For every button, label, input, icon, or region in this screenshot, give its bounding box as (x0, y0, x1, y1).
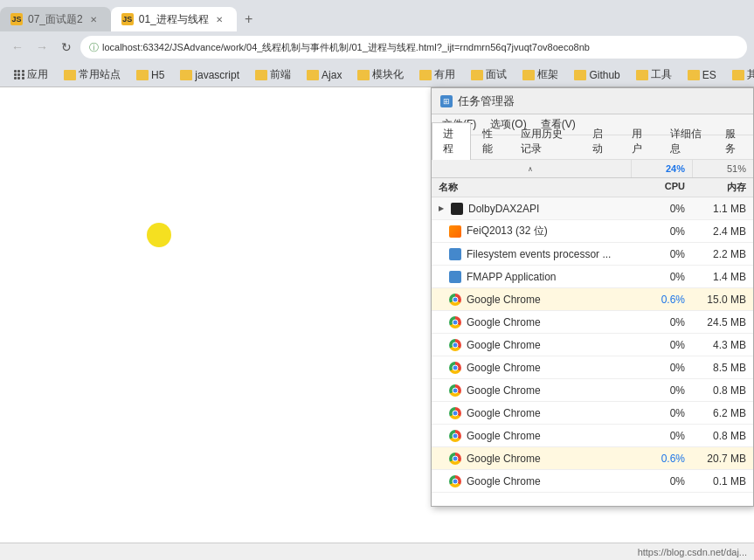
process-mem-cell: 6.2 MB (692, 404, 753, 422)
col-cpu-header[interactable]: CPU (631, 178, 692, 197)
tab-details[interactable]: 详细信息 (659, 122, 714, 160)
table-row[interactable]: ▶ DolbyDAX2API 0% 1.1 MB (432, 197, 753, 220)
bookmark-js[interactable]: javascript (173, 66, 246, 85)
task-manager-tabs: 进程 性能 应用历史记录 启动 用户 详细信息 服务 (432, 135, 753, 160)
address-bar[interactable]: ⓘ localhost:63342/JSAdvance/work/04_线程机制… (80, 36, 747, 59)
address-text-value: localhost:63342/JSAdvance/work/04_线程机制与事… (102, 41, 590, 54)
bookmark-module[interactable]: 模块化 (350, 66, 411, 85)
process-cpu-cell: 0.6% (631, 291, 692, 308)
process-mem-cell: 0.8 MB (692, 427, 753, 445)
process-cpu-cell: 0% (631, 245, 692, 263)
bookmark-other[interactable]: 其它 (725, 66, 754, 85)
bookmark-js-label: javascript (195, 69, 239, 81)
col-name-header[interactable]: 名称 (432, 178, 631, 197)
tab-processes[interactable]: 进程 (432, 122, 471, 160)
forward-button[interactable]: → (31, 37, 52, 58)
bookmark-other-label: 其它 (747, 67, 754, 82)
table-row[interactable]: Google Chrome 0% 6.2 MB (432, 402, 753, 425)
table-row[interactable]: Filesystem events processor ... 0% 2.2 M… (432, 243, 753, 266)
tab-performance[interactable]: 性能 (471, 122, 510, 160)
dolby-icon (451, 203, 463, 215)
new-tab-button[interactable]: + (237, 7, 261, 31)
process-name-cell: Google Chrome (432, 404, 631, 422)
bookmark-apps-label: 应用 (27, 67, 48, 82)
col-mem-header[interactable]: 内存 (692, 178, 753, 197)
table-row[interactable]: Google Chrome 0% 24.5 MB (432, 311, 753, 334)
bookmark-framework-label: 框架 (537, 67, 558, 82)
bookmark-github[interactable]: Github (567, 66, 626, 85)
task-manager-window: ⊞ 任务管理器 文件(F) 选项(O) 查看(V) 进程 性能 应用历史记录 启… (431, 87, 754, 507)
tab-2-close[interactable]: ✕ (212, 12, 226, 26)
tab-services[interactable]: 服务 (714, 122, 753, 160)
bookmark-es[interactable]: ES (681, 66, 723, 85)
process-name-cell: Google Chrome (432, 314, 631, 331)
table-row[interactable]: Google Chrome 0% 0.8 MB (432, 425, 753, 447)
status-url: https://blog.csdn.net/daj... (638, 547, 747, 557)
filesystem-icon (449, 248, 461, 260)
chrome-icon (449, 384, 461, 397)
bookmark-apps[interactable]: 应用 (7, 66, 55, 85)
tab-1-label: 07_面试题2 (28, 12, 83, 27)
process-name-cell: ▶ DolbyDAX2API (432, 200, 631, 218)
table-row[interactable]: Google Chrome 0% 0.8 MB (432, 379, 753, 402)
back-button[interactable]: ← (7, 37, 28, 58)
cpu-percent-header[interactable]: 24% (631, 160, 692, 177)
tab-startup[interactable]: 启动 (581, 122, 620, 160)
expand-icon: ▶ (439, 204, 444, 212)
folder-icon-other (732, 70, 744, 80)
process-name-cell: Filesystem events processor ... (432, 245, 631, 263)
folder-icon-tools (636, 70, 648, 80)
process-name-cell: Google Chrome (432, 359, 631, 377)
tab-1-close[interactable]: ✕ (86, 12, 100, 26)
table-row[interactable]: Google Chrome 0% 8.5 MB (432, 356, 753, 379)
refresh-button[interactable]: ↻ (56, 37, 77, 58)
process-name-cell: Google Chrome (432, 382, 631, 399)
process-mem-cell: 8.5 MB (692, 359, 753, 377)
tab-users[interactable]: 用户 (620, 122, 660, 160)
folder-icon-useful (419, 70, 432, 80)
process-name-cell: Google Chrome (432, 450, 631, 467)
process-label: Google Chrome (467, 362, 541, 374)
table-row[interactable]: Google Chrome 0% 0.1 MB (432, 470, 753, 493)
column-names-row: 名称 CPU 内存 (432, 178, 753, 197)
process-table[interactable]: ∧ 24% 51% 名称 CPU 内存 ▶ DolbyDAX2API 0% 1.… (432, 160, 753, 506)
bookmark-ajax[interactable]: Ajax (300, 66, 349, 85)
bookmark-interview-label: 面试 (486, 67, 507, 82)
folder-icon-fe (255, 70, 267, 80)
bookmark-framework[interactable]: 框架 (515, 66, 565, 85)
bookmark-tools[interactable]: 工具 (629, 66, 679, 85)
process-label: Google Chrome (467, 475, 541, 487)
process-label: Google Chrome (467, 453, 541, 465)
mem-percent-header[interactable]: 51% (692, 160, 753, 177)
process-label: FMAPP Application (467, 271, 557, 283)
bookmark-es-label: ES (702, 69, 716, 81)
process-cpu-cell: 0% (631, 268, 692, 286)
bookmark-frontend[interactable]: 前端 (248, 66, 298, 85)
process-name-cell: Google Chrome (432, 336, 631, 354)
table-row[interactable]: Google Chrome 0.6% 15.0 MB (432, 288, 753, 311)
tab-1[interactable]: JS 07_面试题2 ✕ (0, 7, 111, 31)
bookmark-h5[interactable]: H5 (129, 66, 171, 85)
chrome-icon (449, 362, 461, 374)
table-row[interactable]: FMAPP Application 0% 1.4 MB (432, 266, 753, 288)
tab-app-history[interactable]: 应用历史记录 (509, 122, 581, 160)
bookmark-interview[interactable]: 面试 (464, 66, 514, 85)
table-row[interactable]: Google Chrome 0.6% 20.7 MB (432, 447, 753, 470)
chrome-icon (449, 316, 461, 328)
folder-icon-es (688, 70, 700, 80)
tab-2[interactable]: JS 01_进程与线程 ✕ (111, 7, 237, 31)
process-mem-cell: 15.0 MB (692, 291, 753, 308)
folder-icon-framework (522, 70, 535, 80)
process-label: Google Chrome (467, 339, 541, 351)
bookmark-tools-label: 工具 (651, 67, 672, 82)
process-mem-cell: 4.3 MB (692, 336, 753, 354)
process-cpu-cell: 0% (631, 336, 692, 354)
bookmark-useful-label: 有用 (434, 67, 455, 82)
bookmark-useful[interactable]: 有用 (412, 66, 462, 85)
table-row[interactable]: FeiQ2013 (32 位) 0% 2.4 MB (432, 220, 753, 243)
process-cpu-cell: 0% (631, 404, 692, 422)
chrome-icon (449, 430, 461, 442)
table-row[interactable]: Google Chrome 0% 4.3 MB (432, 334, 753, 356)
bookmark-common[interactable]: 常用站点 (57, 66, 128, 85)
bookmark-h5-label: H5 (151, 69, 164, 81)
